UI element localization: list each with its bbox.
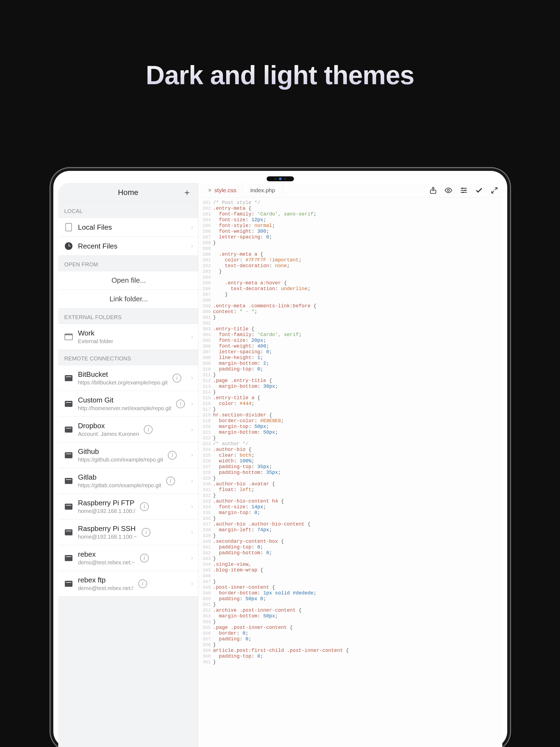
remote-sub: http://homeserver.net/example/repo.git [78,405,171,412]
svg-point-7 [447,189,450,191]
ipad-frame: Home ＋ LOCAL Local Files › Recent Files … [53,171,507,747]
remote-icon [64,425,73,434]
code-view[interactable]: 281/* Post style */282.entry-meta {283 f… [198,198,502,747]
ipad-notch [266,176,294,181]
remote-title: Custom Git [78,396,171,404]
remote-title: rebex ftp [78,576,133,584]
remote-icon [64,400,73,408]
remote-title: Github [78,447,163,456]
chevron-right-icon: › [191,375,193,382]
info-icon[interactable]: i [138,579,147,588]
chevron-right-icon: › [191,426,193,433]
section-open-from: OPEN FROM [58,255,198,271]
chevron-right-icon: › [191,333,193,340]
folder-icon [64,333,73,341]
info-icon[interactable]: i [144,425,153,434]
info-icon[interactable]: i [176,400,185,408]
inactive-tab-label: index.php [250,187,275,194]
local-files-row[interactable]: Local Files › [58,217,198,237]
chevron-right-icon: › [191,478,193,485]
remote-connection-row[interactable]: Custom Githttp://homeserver.net/example/… [58,391,198,417]
check-icon[interactable] [475,186,483,195]
recent-files-label: Recent Files [78,242,118,251]
editor-sliders-icon[interactable] [460,186,468,195]
remote-connection-row[interactable]: BitBuckethttps://bitbucket.org/example/r… [58,365,198,391]
remote-icon [64,502,73,511]
remote-icon [64,476,73,485]
chevron-right-icon: › [191,529,193,536]
section-external-folders: EXTERNAL FOLDERS [58,308,198,324]
tab-active[interactable]: × style.css [202,183,243,198]
recent-files-row[interactable]: Recent Files › [58,236,198,256]
remote-sub: Account: James Kuronen [78,431,139,437]
remote-connection-row[interactable]: DropboxAccount: James Kuroneni› [58,416,198,442]
share-icon[interactable] [429,186,437,195]
remote-icon [64,374,73,383]
remote-sub: demo@test.rebex.net:/ [78,585,133,591]
info-icon[interactable]: i [173,374,181,383]
clock-icon [64,242,73,251]
link-folder-button[interactable]: Link folder... [58,289,198,308]
external-folder-row[interactable]: WorkExternal folder› [58,324,198,350]
editor-header: × style.css index.php [198,183,502,198]
remote-icon [64,451,73,460]
chevron-right-icon: › [191,580,193,587]
remote-title: BitBucket [78,370,168,379]
info-icon[interactable]: i [168,451,177,460]
chevron-right-icon: › [191,242,193,250]
app-screen: Home ＋ LOCAL Local Files › Recent Files … [58,183,502,747]
hero-title: Dark and light themes [0,60,560,90]
remote-title: Gitlab [78,473,161,482]
remote-connection-row[interactable]: rebexdemo@test.rebex.net:~i› [58,545,198,571]
chevron-right-icon: › [191,400,193,407]
info-icon[interactable]: i [142,528,150,537]
remote-sub: https://gitlab.com/example/repo.git [78,482,161,489]
svg-point-13 [462,192,464,193]
sidebar-title: Home [118,188,138,197]
sidebar-header: Home ＋ [58,183,198,202]
remote-title: Raspberry Pi FTP [78,499,135,507]
section-local: LOCAL [58,202,198,217]
chevron-right-icon: › [191,224,193,231]
editor-tools [429,186,499,195]
preview-eye-icon[interactable] [444,186,453,195]
remote-sub: demo@test.rebex.net:~ [78,560,135,566]
chevron-right-icon: › [191,503,193,510]
remote-title: rebex [78,550,135,559]
info-icon[interactable]: i [166,476,175,485]
file-icon [64,223,73,232]
section-remote: REMOTE CONNECTIONS [58,350,198,365]
external-sub: External folder [78,338,113,344]
remote-connection-row[interactable]: Githubhttps://github.com/example/repo.gi… [58,442,198,468]
open-file-button[interactable]: Open file... [58,271,198,290]
svg-point-9 [462,187,463,189]
remote-title: Dropbox [78,422,139,430]
sidebar: Home ＋ LOCAL Local Files › Recent Files … [58,183,198,747]
remote-sub: https://bitbucket.org/example/repo.git [78,380,168,386]
remote-icon [64,579,73,588]
add-button[interactable]: ＋ [183,186,192,199]
chevron-right-icon: › [191,452,193,459]
info-icon[interactable]: i [140,502,149,511]
remote-icon [64,528,73,537]
remote-icon [64,554,73,562]
chevron-right-icon: › [191,555,193,562]
expand-icon[interactable] [490,186,499,195]
remote-title: Raspberry Pi SSH [78,524,137,533]
tab-inactive[interactable]: index.php [243,183,283,198]
remote-connection-row[interactable]: rebex ftpdemo@test.rebex.net:/i› [58,571,198,597]
svg-point-11 [464,189,466,191]
local-files-label: Local Files [78,223,112,232]
remote-connection-row[interactable]: Raspberry Pi SSHhome@192.168.1.100:~i› [58,519,198,545]
active-tab-label: style.css [214,187,236,194]
close-tab-icon[interactable]: × [208,187,212,194]
external-title: Work [78,329,113,337]
remote-connection-row[interactable]: Gitlabhttps://gitlab.com/example/repo.gi… [58,468,198,494]
info-icon[interactable]: i [140,554,149,562]
remote-connection-row[interactable]: Raspberry Pi FTPhome@192.168.1.100:/i› [58,493,198,519]
remote-sub: home@192.168.1.100:~ [78,534,137,540]
remote-sub: https://github.com/example/repo.git [78,457,163,463]
remote-sub: home@192.168.1.100:/ [78,508,135,514]
editor-pane: × style.css index.php 281/* Post style [198,183,502,747]
